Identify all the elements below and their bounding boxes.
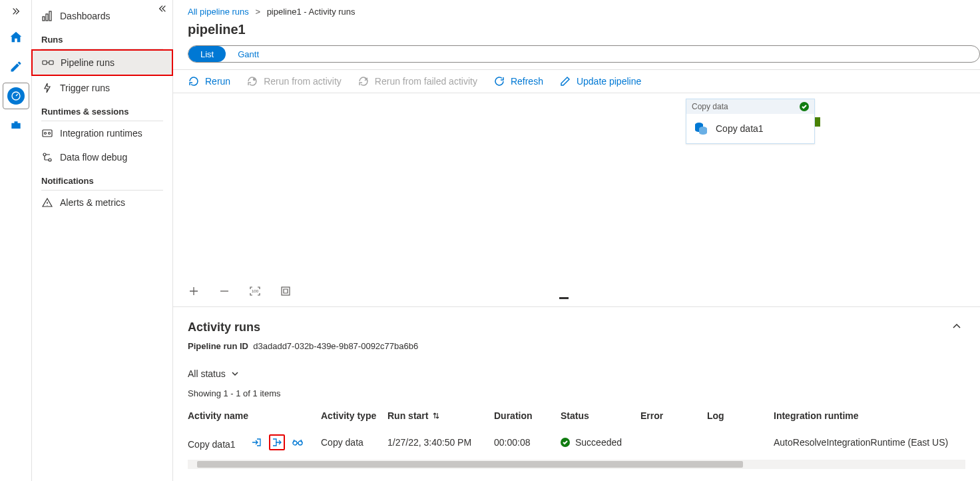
page-title: pipeline1: [173, 19, 980, 44]
breadcrumb-root[interactable]: All pipeline runs: [188, 7, 249, 17]
chevron-down-icon: [231, 370, 239, 378]
col-run-start[interactable]: Run start: [387, 404, 494, 428]
pencil-icon: [9, 60, 23, 73]
sidebar-integration-runtimes[interactable]: Integration runtimes: [32, 121, 172, 145]
activity-name-text: Copy data1: [188, 439, 236, 450]
node-header: Copy data: [686, 99, 814, 114]
col-status[interactable]: Status: [561, 404, 640, 428]
sort-icon: [432, 412, 440, 420]
update-pipeline-button[interactable]: Update pipeline: [559, 75, 641, 87]
breadcrumb-separator: >: [255, 7, 260, 17]
output-icon: [272, 437, 282, 448]
rerun-icon: [188, 76, 199, 87]
sidebar-label: Integration runtimes: [60, 128, 142, 139]
sidebar-alerts-metrics[interactable]: Alerts & metrics: [32, 191, 172, 215]
sidebar-label: Alerts & metrics: [60, 197, 125, 208]
rail-author[interactable]: [3, 53, 29, 80]
toolbar-label: Update pipeline: [577, 76, 641, 87]
success-icon: [561, 438, 570, 447]
col-duration[interactable]: Duration: [494, 404, 561, 428]
activity-runs-title: Activity runs: [188, 320, 965, 334]
resize-handle[interactable]: [559, 297, 569, 299]
zoom-in-button[interactable]: [188, 285, 200, 297]
dataflow-icon: [42, 152, 53, 163]
rerun-button[interactable]: Rerun: [188, 75, 230, 87]
refresh-button[interactable]: Refresh: [493, 75, 543, 87]
table-header-row: Activity name Activity type Run start Du…: [188, 404, 980, 428]
alert-icon: [42, 197, 53, 208]
view-gantt-tab[interactable]: Gantt: [226, 46, 271, 62]
rerun-failed-icon: [358, 76, 369, 87]
sidebar-header-runs: Runs: [32, 28, 172, 49]
view-toggle: List Gantt: [188, 45, 980, 63]
cell-run-start: 1/27/22, 3:40:50 PM: [387, 428, 494, 457]
gauge-icon: [11, 91, 21, 101]
chevron-up-icon: [952, 322, 961, 331]
toolbar-label: Rerun: [205, 76, 230, 87]
edit-icon: [560, 76, 571, 87]
output-details-button[interactable]: [269, 434, 285, 450]
col-activity-type[interactable]: Activity type: [321, 404, 387, 428]
sidebar-label: Dashboards: [60, 11, 111, 21]
run-id-value: d3adadd7-032b-439e-9b87-0092c77ba6b6: [253, 341, 418, 351]
sidebar-data-flow-debug[interactable]: Data flow debug: [32, 145, 172, 169]
expand-rail-button[interactable]: [3, 4, 29, 19]
view-list-tab[interactable]: List: [188, 46, 226, 62]
minus-icon: [220, 286, 229, 296]
input-details-button[interactable]: [250, 436, 262, 448]
rerun-from-activity-button: Rerun from activity: [246, 75, 342, 87]
zoom-fit-button[interactable]: 100: [249, 285, 261, 297]
svg-rect-1: [43, 17, 45, 21]
cell-activity-type: Copy data: [321, 428, 387, 457]
canvas-controls: 100: [173, 280, 980, 307]
table-row[interactable]: Copy data1 Copy data 1/27/22, 3:40:50 PM…: [188, 428, 980, 457]
showing-count: Showing 1 - 1 of 1 items: [173, 387, 980, 404]
copy-data-icon: [693, 121, 709, 137]
breadcrumb-current: pipeline1 - Activity runs: [267, 7, 356, 17]
sidebar-trigger-runs[interactable]: Trigger runs: [32, 76, 172, 100]
activity-runs-section: Activity runs Pipeline run ID d3adadd7-0…: [173, 307, 980, 368]
rerun-from-failed-button: Rerun from failed activity: [358, 75, 477, 87]
success-icon: [800, 102, 809, 111]
pipeline-canvas[interactable]: Copy data Copy data1: [173, 93, 980, 280]
svg-rect-2: [46, 14, 48, 21]
collapse-section-button[interactable]: [952, 322, 961, 333]
svg-rect-3: [49, 11, 51, 21]
dashboard-icon: [42, 11, 53, 21]
cell-duration: 00:00:08: [494, 428, 561, 457]
node-body: Copy data1: [686, 114, 814, 143]
collapse-panel-button[interactable]: [158, 4, 167, 15]
chevron-double-right-icon: [11, 7, 21, 16]
rail-manage[interactable]: [3, 112, 29, 139]
sidebar-header-runtimes: Runtimes & sessions: [32, 100, 172, 121]
col-error[interactable]: Error: [640, 404, 707, 428]
svg-point-7: [45, 133, 47, 135]
sidebar-label: Trigger runs: [60, 83, 110, 93]
sidebar-dashboards[interactable]: Dashboards: [32, 4, 172, 28]
rerun-activity-icon: [247, 76, 258, 87]
svg-rect-4: [43, 61, 47, 64]
fullscreen-button[interactable]: [280, 285, 292, 297]
sidebar-pipeline-runs[interactable]: Pipeline runs: [33, 51, 172, 75]
breadcrumb: All pipeline runs > pipeline1 - Activity…: [173, 0, 980, 19]
scrollbar-thumb[interactable]: [197, 461, 743, 468]
cell-integration-runtime: AutoResolveIntegrationRuntime (East US): [774, 428, 980, 457]
rail-monitor[interactable]: [3, 83, 29, 109]
details-button[interactable]: [292, 436, 304, 448]
col-log[interactable]: Log: [707, 404, 774, 428]
input-icon: [251, 437, 262, 448]
status-filter-dropdown[interactable]: All status: [188, 368, 239, 379]
col-activity-name[interactable]: Activity name: [188, 404, 321, 428]
filter-row: All status: [173, 368, 980, 387]
col-integration-runtime[interactable]: Integration runtime: [774, 404, 980, 428]
col-label: Run start: [387, 410, 428, 421]
svg-point-9: [43, 153, 46, 156]
icon-rail: [0, 0, 32, 481]
activity-node[interactable]: Copy data Copy data1: [686, 99, 815, 144]
horizontal-scrollbar[interactable]: [188, 460, 965, 469]
rail-home[interactable]: [3, 24, 29, 51]
plus-icon: [189, 286, 198, 296]
toolbar-label: Rerun from activity: [264, 76, 342, 87]
zoom-out-button[interactable]: [218, 285, 230, 297]
chevron-double-left-icon: [158, 4, 167, 13]
